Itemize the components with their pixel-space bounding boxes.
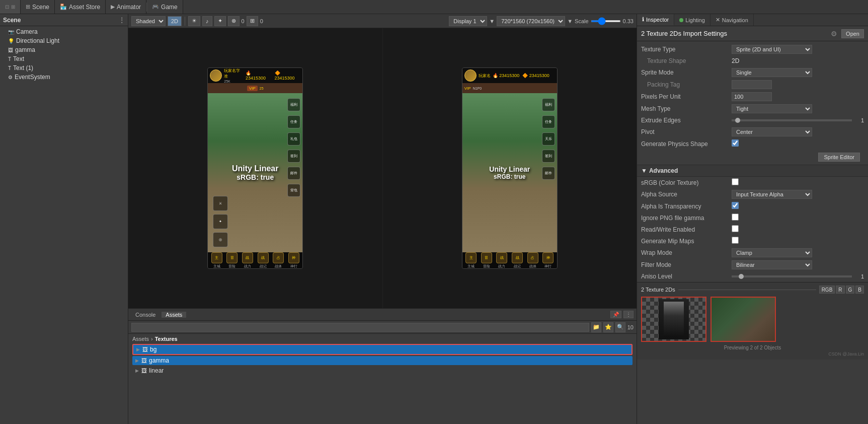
select-mesh-type[interactable]: Tight (732, 104, 812, 113)
select-sprite-mode[interactable]: Single (732, 68, 812, 77)
tab-assetstore[interactable]: 🏪 Asset Store (55, 0, 106, 14)
sidebar-item-text[interactable]: T Text (0, 54, 128, 63)
ins-tab-navigation[interactable]: ✕ Navigation (711, 14, 754, 26)
gear-icon[interactable]: ⚙ (831, 30, 837, 38)
channel-b-btn[interactable]: B (855, 286, 864, 294)
thumb-dark-1 (659, 299, 689, 339)
phone-icon-zuochan: ⚔ (213, 196, 228, 211)
folder-icon-btn[interactable]: 📁 (591, 322, 601, 332)
value-texture-type: Sprite (2D and UI) (732, 45, 864, 54)
prop-generate-mip-maps: Generate Mip Maps (637, 235, 868, 247)
sidebar-item-directionallight[interactable]: 💡 Directional Light (0, 36, 128, 45)
channel-g-btn[interactable]: G (846, 286, 855, 294)
sidebar-menu-icon[interactable]: ⋮ (119, 17, 125, 24)
gizmo-btn[interactable]: ⊗ (228, 16, 240, 26)
tab-animator[interactable]: ▶ Animator (106, 0, 146, 14)
prop-wrap-mode: Wrap Mode Clamp (637, 247, 868, 259)
sidebar-item-gamma[interactable]: 🖼 gamma (0, 45, 128, 54)
prop-mesh-type: Mesh Type Tight (637, 103, 868, 115)
tab-scene[interactable]: ⊞ Scene (21, 0, 55, 14)
light-btn[interactable]: ☀ (188, 16, 200, 26)
input-pixels-per-unit[interactable] (732, 92, 772, 101)
checkbox-generate-physics-shape[interactable] (732, 139, 739, 147)
display-select[interactable]: Display 1 (449, 16, 487, 26)
file-row-gamma[interactable]: ▶ 🖼 gamma (132, 356, 633, 365)
sidebar-item-text1[interactable]: T Text (1) (0, 63, 128, 73)
search-input[interactable] (131, 323, 589, 332)
sidebar-item-eventsystem[interactable]: ⚙ EventSystem (0, 73, 128, 82)
phone2-icon-2: 任务 (542, 115, 555, 128)
channel-r-btn[interactable]: R (836, 286, 844, 294)
expand-linear[interactable]: ▶ (134, 368, 139, 373)
2d-toggle-btn[interactable]: 2D (168, 16, 182, 26)
sidebar-item-camera[interactable]: 📷 Camera (0, 27, 128, 36)
value-aniso-level: 1 (732, 273, 864, 279)
open-button[interactable]: Open (841, 29, 864, 38)
game-thumb-2 (712, 298, 775, 341)
value-mesh-type: Tight (732, 104, 864, 113)
grid-btn[interactable]: ⊞ (247, 16, 258, 26)
checkbox-srgb[interactable] (732, 178, 739, 185)
star-icon-btn[interactable]: ⭐ (603, 322, 613, 332)
expand-bg[interactable]: ▶ (135, 347, 140, 352)
channel-rgb-btn[interactable]: RGB (819, 286, 835, 294)
checkbox-generate-mip-maps[interactable] (732, 237, 739, 244)
prop-filter-mode: Filter Mode Bilinear (637, 259, 868, 271)
resolution-select[interactable]: 720*1560 (720x1560) (497, 16, 565, 26)
effect-btn[interactable]: ✦ (214, 16, 226, 26)
checkbox-alpha-is-transparency[interactable] (732, 202, 739, 209)
value-wrap-mode: Clamp (732, 248, 864, 257)
label-alpha-source: Alpha Source (641, 191, 732, 198)
audio-btn[interactable]: ♪ (202, 16, 212, 26)
select-texture-type[interactable]: Sprite (2D and UI) (732, 45, 812, 54)
shade-mode-select[interactable]: Shaded (131, 16, 166, 26)
options-btn[interactable]: ⋮ (623, 311, 634, 318)
phone-btn-zhanti: 占 战体 (273, 252, 284, 269)
select-wrap-mode[interactable]: Clamp (732, 248, 812, 257)
toolbar-separator (185, 17, 185, 26)
sprite-editor-button[interactable]: Sprite Editor (818, 153, 860, 162)
slider-aniso-level[interactable] (732, 275, 852, 277)
prop-sprite-mode: Sprite Mode Single (637, 66, 868, 79)
preview-thumb-2 (711, 297, 776, 342)
checkbox-read-write-enabled[interactable] (732, 225, 739, 232)
section-advanced[interactable]: ▼ Advanced (637, 165, 868, 177)
expand-gamma[interactable]: ▶ (134, 358, 139, 363)
label-ignore-png-gamma: Ignore PNG file gamma (641, 215, 732, 222)
lighting-dot (679, 18, 683, 22)
file-row-bg[interactable]: ▶ 🖼 bg (132, 344, 633, 355)
center-area: Shaded 2D ☀ ♪ ✦ ⊗ 0 ⊞ 0 Display 1 ▼ 720*… (128, 14, 637, 424)
select-pivot[interactable]: Center (732, 127, 812, 136)
search-filter-icon-btn[interactable]: 🔍 (615, 322, 625, 332)
window-control[interactable]: ⊡ ⊞ (0, 0, 21, 14)
tab-assets[interactable]: Assets (162, 312, 186, 318)
phone2-icon-1: 福利 (542, 98, 555, 111)
pin-btn[interactable]: 📌 (610, 311, 621, 318)
select-filter-mode[interactable]: Bilinear (732, 260, 812, 269)
scale-slider[interactable] (591, 20, 621, 22)
label-srgb: sRGB (Color Texture) (641, 179, 732, 186)
label-generate-mip-maps: Generate Mip Maps (641, 238, 732, 245)
texture-icon-bg: 🖼 (142, 346, 148, 352)
value-pixels-per-unit (732, 92, 864, 101)
phone2-btn-4: 战 战记 (512, 252, 523, 269)
inspector-header: 2 Texture 2Ds Import Settings ⚙ Open (637, 26, 868, 41)
file-row-linear[interactable]: ▶ 🖼 linear (132, 366, 633, 375)
value-generate-mip-maps (732, 237, 864, 245)
tab-console[interactable]: Console (131, 312, 160, 318)
top-tabs: ⊡ ⊞ ⊞ Scene 🏪 Asset Store ▶ Animator 🎮 G… (0, 0, 183, 14)
inspector-title: 2 Texture 2Ds Import Settings (641, 30, 827, 37)
value-ignore-png-gamma (732, 214, 864, 222)
input-packing-tag[interactable] (732, 80, 772, 89)
phone-icon-renwu: 任务 (287, 115, 300, 128)
ins-tab-lighting[interactable]: Lighting (674, 14, 711, 26)
phone2-icon-4: 签到 (542, 150, 555, 163)
slider-extrude-edges[interactable] (732, 119, 852, 121)
select-alpha-source[interactable]: Input Texture Alpha (732, 190, 812, 199)
checkbox-ignore-png-gamma[interactable] (732, 214, 739, 221)
tab-game[interactable]: 🎮 Game (147, 0, 183, 14)
value-pivot: Center (732, 127, 864, 136)
game-view: 玩家名 🔥 23415300 🔶 23415300 VIP N1P0 (383, 28, 637, 308)
ins-tab-inspector[interactable]: ℹ Inspector (637, 14, 674, 26)
center-split: 玩家名字准 25K 🔥 23415300 🔶 23415300 VIP 25 (128, 28, 637, 308)
